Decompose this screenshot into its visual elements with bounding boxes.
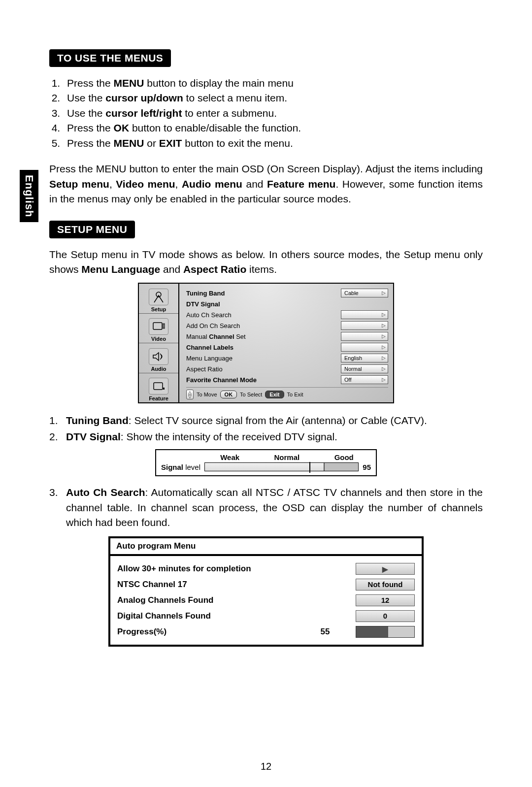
- osd-label-channel-labels: Channel Labels: [186, 344, 341, 351]
- osd-field-manual-channel-set[interactable]: [341, 332, 388, 341]
- apm-field-start[interactable]: [356, 563, 415, 575]
- apm-progress-val: 55: [300, 627, 350, 637]
- osd-label-manual-channel-set: Manual Channel Set: [186, 333, 341, 340]
- feature-icon: [149, 378, 168, 394]
- osd-setup-figure: Setup Video Audio Feature: [138, 283, 394, 403]
- osd-hint-row: △▽ To Move OK To Select Exit To Exit: [186, 387, 388, 399]
- apm-allow: Allow 30+ minutes for completion: [117, 564, 350, 574]
- ok-button[interactable]: OK: [220, 391, 237, 398]
- osd-field-add-on-ch-search[interactable]: [341, 321, 388, 330]
- svg-rect-7: [163, 388, 165, 390]
- osd-field-favorite-channel-mode[interactable]: Off: [341, 375, 388, 384]
- page-content: TO USE THE MENUS Press the MENU button t…: [49, 49, 483, 647]
- step-3: Use the cursor left/right to enter a sub…: [63, 106, 483, 121]
- osd-field-menu-language[interactable]: English: [341, 354, 388, 362]
- osd-tab-feature[interactable]: Feature: [139, 373, 178, 403]
- signal-normal: Normal: [274, 453, 300, 461]
- apm-digital: Digital Channels Found: [117, 611, 350, 621]
- exit-button[interactable]: Exit: [265, 391, 284, 398]
- osd-tab-video[interactable]: Video: [139, 314, 178, 344]
- heading-setup-menu: SETUP MENU: [49, 221, 135, 238]
- apm-analog: Analog Channels Found: [117, 595, 350, 605]
- hint-select: To Select: [240, 392, 262, 397]
- antenna-icon: [149, 289, 168, 305]
- osd-label-tuning-band: Tuning Band: [186, 290, 341, 297]
- paragraph-setup-desc: The Setup menu in TV mode shows as below…: [49, 247, 483, 277]
- apm-ntsc: NTSC Channel 17: [117, 580, 350, 590]
- osd-tab-audio[interactable]: Audio: [139, 343, 178, 373]
- osd-tabs: Setup Video Audio Feature: [139, 284, 179, 402]
- signal-value: 95: [363, 463, 371, 471]
- signal-bar: [204, 462, 359, 471]
- osd-field-tuning-band[interactable]: Cable: [341, 289, 388, 297]
- osd-tab-setup[interactable]: Setup: [139, 284, 178, 314]
- heading-to-use-menus: TO USE THE MENUS: [49, 49, 171, 67]
- page-number: 12: [0, 761, 532, 772]
- step-5: Press the MENU or EXIT button to exit th…: [63, 136, 483, 151]
- hint-exit: To Exit: [287, 392, 303, 397]
- osd-field-channel-labels[interactable]: [341, 343, 388, 352]
- auto-program-figure: Auto program Menu Allow 30+ minutes for …: [108, 536, 424, 647]
- osd-label-add-on-ch-search: Add On Ch Search: [186, 322, 341, 329]
- apm-ntsc-status: Not found: [356, 579, 415, 590]
- osd-label-dtv-signal: DTV Signal: [186, 300, 388, 308]
- apm-analog-val: 12: [356, 594, 415, 606]
- audio-icon: [149, 348, 168, 365]
- signal-level-figure: Weak Normal Good Signal level 95: [155, 449, 377, 476]
- paragraph-osd-intro: Press the MENU button to enter the main …: [49, 162, 483, 206]
- apm-progress-bar: [356, 626, 415, 638]
- osd-field-auto-ch-search[interactable]: [341, 310, 388, 319]
- apm-digital-val: 0: [356, 610, 415, 622]
- osd-label-favorite-channel-mode: Favorite Channel Mode: [186, 376, 341, 384]
- setup-descriptions: 1.Tuning Band: Select TV source signal f…: [49, 413, 483, 444]
- osd-label-menu-language: Menu Language: [186, 355, 341, 362]
- osd-label-aspect-ratio: Aspect Ratio: [186, 365, 341, 373]
- osd-label-auto-ch-search: Auto Ch Search: [186, 311, 341, 319]
- updown-icon: △▽: [186, 390, 194, 399]
- osd-settings: Tuning BandCable DTV Signal Auto Ch Sear…: [179, 284, 393, 402]
- steps-list: Press the MENU button to display the mai…: [49, 76, 483, 151]
- video-icon: [149, 318, 168, 335]
- step-1: Press the MENU button to display the mai…: [63, 76, 483, 91]
- step-2: Use the cursor up/down to select a menu …: [63, 91, 483, 105]
- hint-move: To Move: [197, 392, 217, 397]
- signal-good: Good: [334, 453, 354, 461]
- svg-rect-1: [153, 323, 162, 329]
- language-tab: English: [20, 170, 38, 222]
- signal-label: Signal level: [161, 463, 200, 471]
- osd-field-aspect-ratio[interactable]: Normal: [341, 364, 388, 373]
- signal-weak: Weak: [220, 453, 239, 461]
- step-4: Press the OK button to enable/disable th…: [63, 121, 483, 135]
- apm-title: Auto program Menu: [110, 538, 422, 556]
- svg-rect-6: [154, 383, 163, 390]
- svg-point-0: [156, 292, 161, 297]
- apm-progress: Progress(%): [117, 627, 166, 637]
- setup-descriptions-2: 3.Auto Ch Search: Automatically scan all…: [49, 485, 483, 530]
